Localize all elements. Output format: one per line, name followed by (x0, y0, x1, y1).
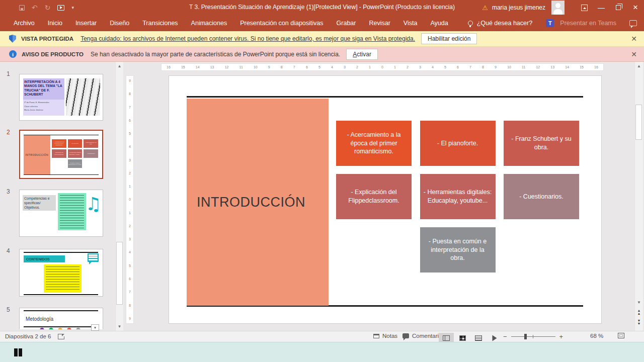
ruler-number: 2 (129, 171, 131, 175)
ruler-number: 9 (495, 65, 497, 69)
slide-thumbnail-1[interactable]: INTERPRETACIÓN A 4 MANOS DEL TEMA "LA TR… (19, 74, 103, 121)
ruler-number: 6 (457, 65, 459, 69)
activate-button[interactable]: Activar (346, 49, 378, 60)
taskbar: W 4 P 19:15 16/02/2024 7 (0, 342, 644, 362)
menu-tab-presentaci-n-con-diapositivas[interactable]: Presentación con diapositivas (233, 15, 330, 31)
tell-me-box[interactable]: ¿Qué desea hacer? (468, 20, 533, 27)
menu-tab-ayuda[interactable]: Ayuda (424, 15, 454, 31)
tell-me-label: ¿Qué desea hacer? (477, 20, 533, 27)
ruler-number: 14 (196, 65, 200, 69)
close-button[interactable]: × (627, 0, 644, 15)
minimize-button[interactable]: — (593, 0, 610, 15)
ruler-number: 9 (129, 79, 131, 82)
view-slideshow-button[interactable] (487, 333, 502, 343)
normal-view-icon (443, 335, 450, 341)
ruler-number: 3 (344, 65, 346, 69)
view-reading-button[interactable] (471, 333, 486, 343)
enable-editing-button[interactable]: Habilitar edición (421, 33, 477, 44)
account-name[interactable]: maria jesus jimenez (492, 4, 545, 11)
ruler-number: 12 (536, 65, 540, 69)
slide-content-box[interactable]: - El pianoforte. (420, 121, 496, 166)
fit-to-window-icon (618, 333, 624, 338)
slideshow-icon (493, 335, 497, 341)
slide-top-rule (187, 96, 583, 98)
product-notice-label: AVISO DE PRODUCTO (22, 51, 84, 57)
ruler-number: 5 (129, 132, 131, 135)
start-button[interactable] (14, 348, 22, 356)
previous-slide-button[interactable]: ▲▲ (635, 309, 643, 316)
zoom-in-button[interactable]: + (559, 333, 564, 340)
slide-content-box[interactable]: - Puesta en común e interpretación de la… (420, 227, 496, 273)
view-normal-button[interactable] (439, 333, 454, 343)
scroll-down-icon[interactable]: ▼ (635, 300, 643, 305)
slide-content-box[interactable]: - Acercamiento a la época del primer rom… (336, 121, 412, 166)
zoom-slider[interactable] (511, 336, 555, 337)
start-slideshow-icon[interactable] (57, 5, 64, 11)
zoom-out-button[interactable]: − (503, 333, 507, 340)
slide-content-box[interactable]: - Franz Schubert y su obra. (504, 121, 579, 166)
slide-scrollbar-thumb[interactable] (635, 105, 642, 140)
slide-thumbnail-2-selected[interactable]: INTRODUCCIÓN- Acercamiento a la época de… (19, 130, 103, 179)
close-banner-icon[interactable]: ✕ (629, 35, 639, 43)
ruler-number: 7 (129, 290, 131, 294)
menu-tab-animaciones[interactable]: Animaciones (185, 15, 234, 31)
menu-tab-dise-o[interactable]: Diseño (103, 15, 136, 31)
slide-content-box[interactable]: - Herramientas digitales: Educaplay, you… (420, 174, 496, 219)
menu-tab-revisar[interactable]: Revisar (362, 15, 396, 31)
ruler-number: 2 (356, 65, 358, 69)
menu-tab-transiciones[interactable]: Transiciones (136, 15, 184, 31)
scroll-down-icon[interactable]: ▼ (116, 324, 123, 329)
slide-content-box[interactable]: - Explicación del Flippedclassroom. (336, 174, 412, 219)
thumbnail-scrollbar-thumb[interactable] (116, 242, 123, 305)
ruler-number: 3 (129, 158, 131, 162)
music-note-icon: ♫ (86, 195, 102, 213)
undo-icon[interactable]: ↶ (32, 4, 38, 11)
fit-slide-button[interactable] (618, 333, 624, 338)
slide-scrollbar[interactable]: ▲ ▼ ▲▲ ▼▼ (634, 62, 643, 331)
intro-title-panel[interactable]: INTRODUCCIÓN (187, 99, 329, 306)
zoom-slider-thumb[interactable] (524, 334, 527, 339)
close-banner-icon[interactable]: ✕ (629, 50, 639, 58)
customize-qat-chevron-icon[interactable]: ▾ (71, 5, 74, 10)
restore-button[interactable] (610, 0, 627, 15)
vertical-ruler: 9876543210123456789 (126, 75, 134, 324)
ruler-number: 2 (407, 65, 409, 69)
menu-tab-inicio[interactable]: Inicio (41, 15, 69, 31)
menu-tab-grabar[interactable]: Grabar (330, 15, 363, 31)
ruler-number: 1 (129, 185, 131, 188)
thumbnail-scrollbar[interactable]: ▲ ▼ (115, 62, 123, 331)
slide-content-box[interactable]: - Cuestionarios. (504, 174, 579, 219)
comments-icon (403, 333, 409, 338)
notes-icon (373, 334, 379, 338)
thumbnail-panel-expand-button[interactable]: ▾ (91, 324, 99, 331)
menu-tab-vista[interactable]: Vista (397, 15, 424, 31)
notes-button[interactable]: Notas (373, 333, 397, 339)
ruler-number: 10 (507, 65, 511, 69)
scroll-up-icon[interactable]: ▲ (116, 64, 123, 68)
comments-icon[interactable] (629, 20, 637, 26)
zoom-level[interactable]: 68 % (590, 333, 603, 339)
menu-tab-insertar[interactable]: Insertar (69, 15, 103, 31)
license-warning-icon: ⚠ (482, 4, 488, 12)
slide-thumbnail-5[interactable]: Metodología (19, 308, 103, 329)
restore-icon (616, 5, 621, 10)
menu-tab-archivo[interactable]: Archivo (7, 15, 41, 31)
view-slide-sorter-button[interactable] (455, 333, 470, 343)
thumb4-header: CONTENIDOS (24, 255, 65, 262)
slide-thumbnail-4[interactable]: CONTENIDOS (19, 249, 103, 297)
scroll-up-icon[interactable]: ▲ (635, 64, 643, 68)
slide-thumbnail-3[interactable]: Competencias e specificas/ Objetivos. ♫ (19, 190, 103, 237)
ruler-number: 4 (129, 145, 131, 148)
ruler-number: 3 (129, 237, 131, 241)
ribbon-display-options-button[interactable] (576, 0, 593, 15)
next-slide-button[interactable]: ▼▼ (635, 319, 643, 326)
avatar[interactable] (551, 1, 565, 15)
quick-access-toolbar: ↶ ↻ ▾ (19, 4, 74, 11)
save-icon[interactable] (19, 5, 25, 11)
piano-photo (66, 78, 100, 116)
thumb5-dots (40, 328, 80, 329)
redo-icon[interactable]: ↻ (45, 4, 51, 11)
accessibility-icon[interactable] (58, 334, 64, 339)
present-in-teams-button[interactable]: Presentar en Teams (560, 20, 616, 27)
slide-canvas[interactable]: INTRODUCCIÓN- Acercamiento a la época de… (169, 75, 602, 324)
